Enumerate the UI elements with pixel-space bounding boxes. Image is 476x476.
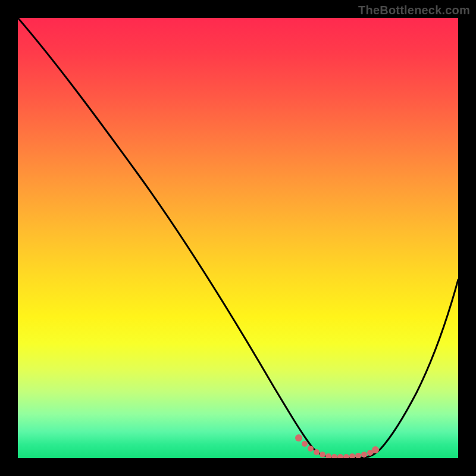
bottleneck-chart: TheBottleneck.com [0,0,476,476]
svg-point-0 [295,434,302,441]
svg-point-3 [314,449,320,455]
svg-point-5 [325,453,331,458]
svg-point-9 [349,453,355,458]
optimal-range-dots [295,434,379,458]
svg-point-10 [355,453,361,458]
svg-point-11 [361,452,367,458]
svg-point-7 [337,454,343,458]
curve-layer [18,18,458,458]
svg-point-6 [331,454,337,458]
watermark-text: TheBottleneck.com [358,4,470,17]
bottleneck-curve-path [18,18,458,458]
svg-point-8 [343,454,349,458]
svg-point-13 [372,446,379,453]
svg-point-4 [320,452,325,458]
plot-area [18,18,458,458]
svg-point-2 [308,446,314,452]
svg-point-1 [302,441,308,447]
